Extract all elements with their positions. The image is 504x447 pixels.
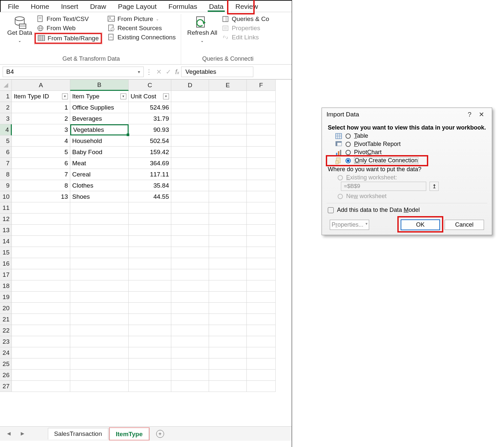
cell[interactable] (171, 124, 209, 135)
filter-dropdown-icon[interactable]: ▾ (120, 93, 126, 99)
cell[interactable] (129, 280, 171, 292)
table-header-cell[interactable]: Unit Cost▾ (129, 91, 171, 102)
cell[interactable] (12, 202, 70, 213)
cell[interactable] (209, 180, 247, 191)
sheet-nav-next-icon[interactable]: ► (16, 430, 29, 437)
cell[interactable] (129, 213, 171, 225)
cell[interactable]: Shoes (70, 191, 129, 202)
cell[interactable] (209, 124, 247, 135)
cell[interactable] (247, 202, 276, 213)
row-header[interactable]: 22 (0, 325, 12, 336)
cell[interactable] (129, 292, 171, 303)
cell[interactable] (171, 314, 209, 325)
cell[interactable] (209, 314, 247, 325)
row-header[interactable]: 20 (0, 303, 12, 314)
cell[interactable] (209, 213, 247, 225)
cell[interactable]: Baby Food (70, 147, 129, 158)
row-header[interactable]: 7 (0, 158, 12, 169)
row-header[interactable]: 18 (0, 280, 12, 292)
cell[interactable] (209, 135, 247, 147)
radio-icon[interactable] (346, 142, 351, 147)
cell[interactable] (209, 280, 247, 292)
sheet-nav-prev-icon[interactable]: ◄ (3, 430, 15, 437)
col-header-A[interactable]: A (12, 80, 70, 91)
row-header[interactable]: 5 (0, 135, 12, 147)
cell[interactable] (171, 113, 209, 124)
row-header[interactable]: 15 (0, 247, 12, 258)
sheet-tab-salestransaction[interactable]: SalesTransaction (48, 428, 108, 439)
cell[interactable] (247, 180, 276, 191)
row-header[interactable]: 27 (0, 381, 12, 392)
tab-insert[interactable]: Insert (55, 1, 84, 12)
option-only-create-connection[interactable]: Only Create Connection (326, 156, 487, 165)
cell[interactable]: 2 (12, 113, 70, 124)
cell[interactable]: 524.96 (129, 102, 171, 113)
cell[interactable] (171, 213, 209, 225)
row-header[interactable]: 11 (0, 202, 12, 213)
row-header[interactable]: 26 (0, 370, 12, 381)
row-header[interactable]: 6 (0, 147, 12, 158)
option-table[interactable]: Table (326, 132, 487, 140)
cell[interactable] (209, 191, 247, 202)
cell[interactable]: 7 (12, 169, 70, 180)
cell[interactable] (209, 169, 247, 180)
cell[interactable] (247, 225, 276, 236)
cell[interactable] (247, 113, 276, 124)
tab-data[interactable]: Data (203, 1, 229, 12)
cell[interactable] (247, 347, 276, 358)
cell[interactable] (247, 258, 276, 269)
cell[interactable] (171, 269, 209, 280)
cell[interactable]: 5 (12, 147, 70, 158)
cell[interactable]: 13 (12, 191, 70, 202)
cell[interactable] (171, 303, 209, 314)
cell[interactable] (247, 269, 276, 280)
cell[interactable] (247, 135, 276, 147)
cell[interactable] (171, 225, 209, 236)
select-all-corner[interactable] (0, 80, 12, 91)
dialog-properties-button[interactable]: Properties...▾ (330, 220, 369, 230)
cell[interactable] (12, 358, 70, 370)
cancel-icon[interactable]: ✕ (156, 68, 162, 76)
cell[interactable] (209, 358, 247, 370)
cell[interactable]: 6 (12, 158, 70, 169)
cell[interactable] (129, 358, 171, 370)
cell[interactable]: 8 (12, 180, 70, 191)
dialog-cancel-button[interactable]: Cancel (445, 220, 484, 230)
cell[interactable] (70, 292, 129, 303)
radio-icon[interactable] (346, 158, 351, 163)
col-header-C[interactable]: C (129, 80, 171, 91)
col-header-D[interactable]: D (171, 80, 209, 91)
cell[interactable] (129, 225, 171, 236)
refresh-all-button[interactable]: Refresh All⌄ (184, 14, 220, 45)
selected-cell[interactable]: Vegetables (70, 124, 129, 135)
cell[interactable] (129, 303, 171, 314)
row-header[interactable]: 14 (0, 236, 12, 247)
cell[interactable] (70, 336, 129, 347)
cell[interactable] (247, 91, 276, 102)
cell[interactable] (209, 381, 247, 392)
cell[interactable] (171, 135, 209, 147)
from-picture-button[interactable]: From Picture ⌄ (106, 15, 178, 23)
cell[interactable] (70, 236, 129, 247)
cell[interactable] (209, 236, 247, 247)
cell[interactable] (247, 280, 276, 292)
cell[interactable] (171, 236, 209, 247)
cell[interactable] (171, 180, 209, 191)
cell[interactable] (209, 258, 247, 269)
option-pivottable[interactable]: PivotTable Report (326, 140, 487, 148)
formula-bar-input[interactable]: Vegetables (181, 67, 253, 77)
name-box[interactable]: B4 ▾ (3, 67, 144, 77)
cell[interactable] (70, 258, 129, 269)
cell[interactable]: 364.69 (129, 158, 171, 169)
cell[interactable]: 1 (12, 102, 70, 113)
cell[interactable] (171, 347, 209, 358)
cell[interactable] (12, 236, 70, 247)
row-header[interactable]: 2 (0, 102, 12, 113)
cell[interactable] (12, 280, 70, 292)
cell[interactable] (70, 325, 129, 336)
cell[interactable] (209, 147, 247, 158)
cell[interactable] (171, 336, 209, 347)
cell[interactable] (12, 225, 70, 236)
row-header[interactable]: 16 (0, 258, 12, 269)
cell[interactable]: 159.42 (129, 147, 171, 158)
